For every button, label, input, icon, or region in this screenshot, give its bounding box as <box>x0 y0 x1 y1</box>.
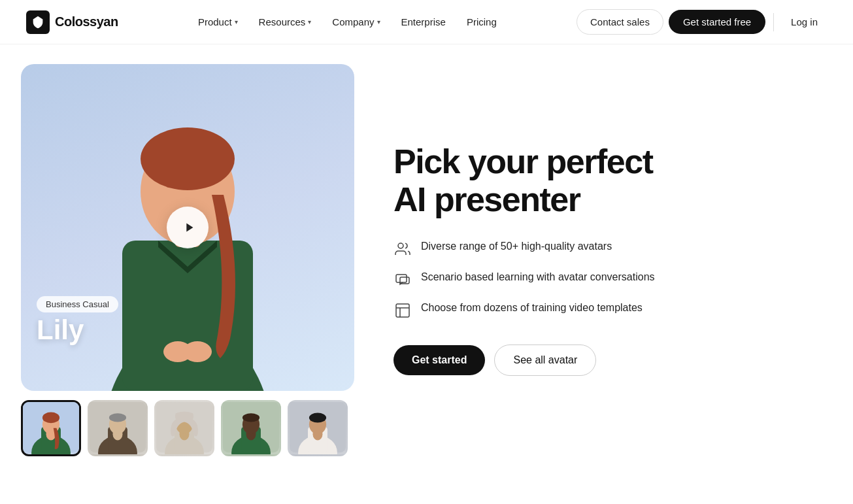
get-started-free-button[interactable]: Get started free <box>669 10 765 34</box>
nav-company[interactable]: Company ▾ <box>323 11 389 33</box>
colossyan-logo-svg <box>31 15 45 29</box>
svg-point-29 <box>243 413 259 422</box>
features-list: Diverse range of 50+ high-quality avatar… <box>393 239 827 320</box>
feature-item-2: Scenario based learning with avatar conv… <box>393 270 827 289</box>
thumbnail-3[interactable] <box>154 400 214 456</box>
thumb-avatar-3 <box>156 400 212 454</box>
thumbnail-5[interactable] <box>288 400 348 456</box>
thumb-avatar-4 <box>223 400 279 454</box>
chevron-down-icon: ▾ <box>377 18 380 25</box>
svg-point-12 <box>42 412 59 424</box>
avatar-tag: Business Casual <box>37 296 118 312</box>
nav-actions: Contact sales Get started free Log in <box>577 9 827 35</box>
chevron-down-icon: ▾ <box>308 18 311 25</box>
svg-point-4 <box>141 127 235 190</box>
svg-point-18 <box>109 413 126 422</box>
chat-icon <box>393 271 412 289</box>
get-started-hero-button[interactable]: Get started <box>393 345 485 375</box>
svg-point-35 <box>309 412 326 422</box>
logo[interactable]: Colossyan <box>26 10 118 34</box>
avatar-label-container: Business Casual Lily <box>37 296 118 344</box>
left-panel: Business Casual Lily <box>21 64 354 456</box>
feature-item-3: Choose from dozens of training video tem… <box>393 301 827 320</box>
main-content: Business Casual Lily <box>0 44 853 476</box>
feature-item-1: Diverse range of 50+ high-quality avatar… <box>393 239 827 258</box>
contact-sales-button[interactable]: Contact sales <box>577 9 663 35</box>
play-icon <box>182 220 196 235</box>
thumb-avatar-5 <box>290 400 346 454</box>
thumbnail-4[interactable] <box>221 400 281 456</box>
thumbnail-2[interactable] <box>88 400 148 456</box>
right-panel: Pick your perfect AI presenter Diverse r… <box>393 64 827 376</box>
logo-text: Colossyan <box>55 14 118 29</box>
chevron-down-icon: ▾ <box>235 18 238 25</box>
avatar-name: Lily <box>37 316 118 344</box>
thumb-avatar-1 <box>23 400 79 454</box>
avatar-video-container[interactable]: Business Casual Lily <box>21 64 354 391</box>
template-icon <box>393 301 412 320</box>
svg-point-6 <box>183 341 212 362</box>
hero-headline: Pick your perfect AI presenter <box>393 143 827 218</box>
nav-product[interactable]: Product ▾ <box>189 11 247 33</box>
svg-rect-39 <box>396 304 409 317</box>
nav-pricing[interactable]: Pricing <box>458 11 506 33</box>
thumb-avatar-2 <box>90 400 146 454</box>
logo-icon <box>26 10 50 34</box>
users-icon <box>393 240 412 258</box>
svg-point-36 <box>398 243 403 248</box>
thumbnail-1[interactable] <box>21 400 81 456</box>
svg-rect-37 <box>396 275 407 282</box>
navbar: Colossyan Product ▾ Resources ▾ Company … <box>0 0 853 44</box>
nav-enterprise[interactable]: Enterprise <box>392 11 455 33</box>
nav-divider <box>773 13 774 31</box>
thumbnail-row <box>21 400 354 456</box>
play-button[interactable] <box>167 207 209 248</box>
login-button[interactable]: Log in <box>782 11 827 33</box>
nav-links: Product ▾ Resources ▾ Company ▾ Enterpri… <box>189 11 506 33</box>
nav-resources[interactable]: Resources ▾ <box>250 11 321 33</box>
see-all-avatar-button[interactable]: See all avatar <box>494 344 596 376</box>
cta-row: Get started See all avatar <box>393 344 827 376</box>
